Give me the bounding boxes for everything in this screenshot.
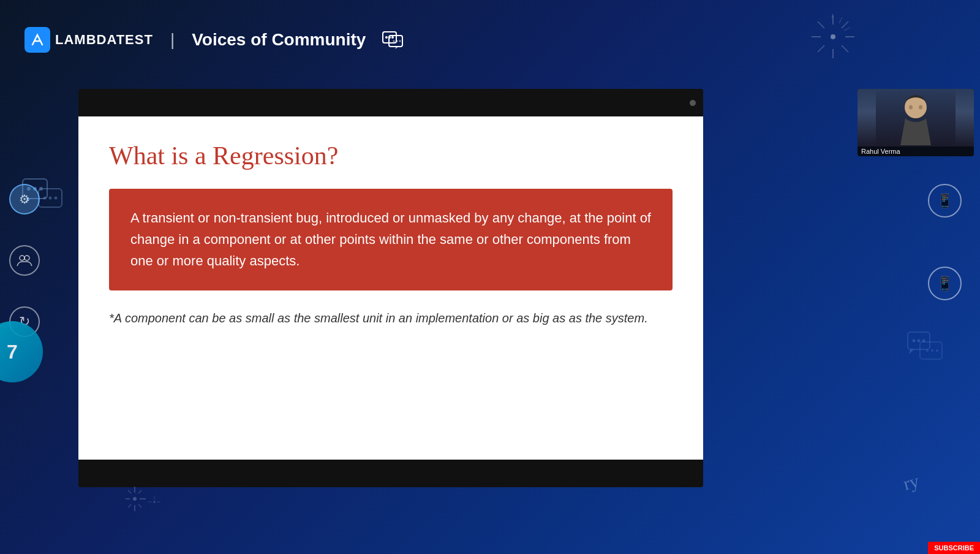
svg-line-51: [128, 504, 131, 507]
teal-circle-number: 7: [7, 341, 18, 363]
left-icons-panel: ⚙ ↻: [9, 184, 40, 337]
speaker-video-feed: Rahul Verma: [858, 89, 974, 156]
phone-icon-circle-bottom: 📱: [928, 267, 962, 300]
svg-point-36: [913, 340, 916, 343]
header-divider: |: [170, 30, 175, 50]
slide-definition-box: A transient or non-transient bug, introd…: [109, 189, 673, 290]
bottom-sparkle-decoration: [123, 484, 165, 517]
logo-text: LAMBDATEST: [55, 32, 153, 48]
svg-point-52: [153, 501, 156, 503]
svg-point-6: [393, 40, 395, 42]
svg-point-42: [936, 349, 938, 352]
gear-icon: ⚙: [19, 192, 30, 207]
svg-point-37: [918, 340, 921, 343]
slide-close-dot: [690, 100, 696, 106]
phone-icon-bottom: 📱: [937, 276, 953, 292]
phone-icon-circle-top: 📱: [928, 184, 962, 218]
svg-line-50: [138, 490, 141, 493]
slide-bottom-bar: [78, 460, 703, 487]
logo-icon: [24, 27, 50, 53]
slide-main-content: What is a Regression? A transient or non…: [78, 116, 703, 460]
header: LAMBDATEST | Voices of Community: [0, 0, 980, 80]
svg-point-43: [133, 497, 137, 501]
slide-definition-text: A transient or non-transient bug, introd…: [130, 210, 651, 268]
svg-point-8: [399, 40, 401, 42]
logo-area: LAMBDATEST | Voices of Community: [24, 27, 404, 53]
svg-point-34: [919, 105, 922, 109]
svg-line-49: [138, 504, 141, 507]
slide-top-bar: [78, 89, 703, 116]
svg-point-41: [931, 349, 933, 352]
community-icon-circle: [9, 245, 40, 276]
right-icons-panel: 📱 📱: [928, 184, 962, 300]
svg-point-27: [49, 197, 52, 200]
right-chat-decoration: [907, 331, 943, 370]
svg-point-30: [24, 256, 29, 260]
voices-of-community-text: Voices of Community: [192, 30, 366, 50]
svg-point-28: [55, 197, 58, 200]
lambdatest-logo: LAMBDATEST: [24, 27, 153, 53]
speaker-silhouette: [876, 90, 956, 145]
settings-icon-circle: ⚙: [9, 184, 40, 214]
community-chat-icon: [382, 31, 404, 49]
speaker-name-text: Rahul Verma: [861, 148, 900, 155]
subscribe-button[interactable]: SUBSCRIBE: [928, 542, 980, 554]
svg-point-26: [43, 197, 47, 200]
slide-footnote: *A component can be as small as the smal…: [109, 309, 673, 327]
handwriting-decoration: ry: [901, 470, 921, 494]
svg-point-29: [20, 256, 24, 260]
svg-point-7: [396, 40, 398, 42]
svg-point-33: [909, 105, 913, 109]
presentation-slide: What is a Regression? A transient or non…: [78, 89, 703, 487]
svg-point-2: [385, 36, 388, 39]
slide-title: What is a Regression?: [109, 141, 673, 170]
phone-icon-top: 📱: [937, 193, 953, 209]
speaker-name-label: Rahul Verma: [858, 146, 974, 157]
svg-point-40: [926, 349, 929, 352]
svg-line-48: [128, 490, 131, 493]
speaker-video-area: [858, 89, 974, 146]
svg-point-4: [391, 36, 394, 39]
